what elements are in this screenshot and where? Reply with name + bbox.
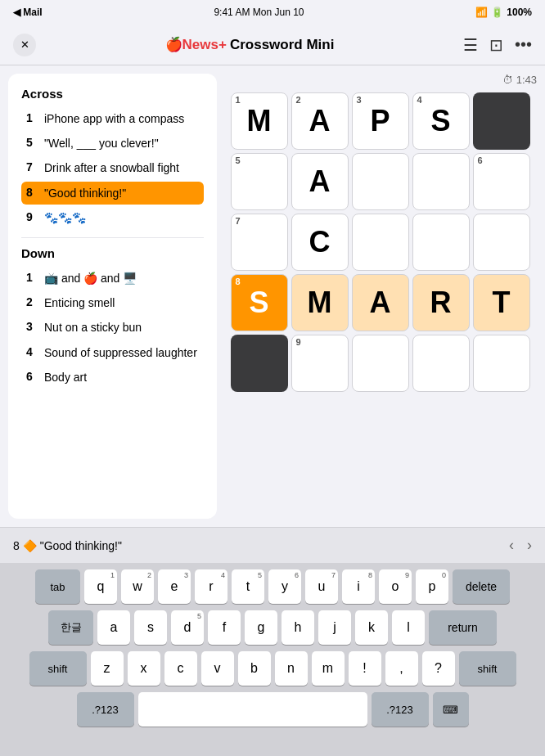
nav-right: ☰ ⊡ ••• <box>463 35 532 55</box>
exclaim-key[interactable]: ! <box>349 651 381 686</box>
cell-r3c1[interactable]: 7 <box>231 214 288 271</box>
cell-r4c5[interactable]: T <box>473 274 530 331</box>
down-clue-1[interactable]: 1📺 and 🍎 and 🖥️ <box>21 267 204 290</box>
clue-bar-clue: "Good thinking!" <box>40 539 122 552</box>
clue-num: 2 <box>26 295 39 308</box>
d-key[interactable]: 5d <box>171 610 204 645</box>
z-key[interactable]: z <box>91 651 124 686</box>
cell-r1c2[interactable]: 2A <box>291 92 349 150</box>
across-clue-5[interactable]: 5"Well, ___ you clever!" <box>21 132 204 155</box>
comma-key[interactable]: , <box>385 651 418 686</box>
across-clue-1[interactable]: 1iPhone app with a compass <box>21 107 204 130</box>
v-key[interactable]: v <box>201 651 234 686</box>
b-key[interactable]: b <box>238 651 271 686</box>
o-key[interactable]: 9o <box>379 569 412 604</box>
display-icon[interactable]: ⊡ <box>489 35 503 55</box>
grid-area: ⏱ 1:43 1M2A3P4S5A67C8SMART9 <box>223 65 545 527</box>
across-clue-9[interactable]: 9🐾🐾🐾 <box>21 206 204 229</box>
q-key[interactable]: 1q <box>84 569 117 604</box>
clue-num: 8 <box>26 186 39 199</box>
clue-text: Drink after a snowball fight <box>44 160 179 175</box>
cell-letter: A <box>309 164 331 199</box>
cell-r1c1[interactable]: 1M <box>231 92 288 150</box>
clue-text: 📺 and 🍎 and 🖥️ <box>44 271 137 286</box>
tab-key[interactable]: tab <box>35 569 80 604</box>
return-key[interactable]: return <box>429 610 497 645</box>
keyboard-row-3: shift z x c v b n m ! , ? shift <box>3 651 542 686</box>
cell-r2c1[interactable]: 5 <box>231 153 288 210</box>
status-right: 📶 🔋 100% <box>475 7 532 18</box>
k-key[interactable]: k <box>355 610 388 645</box>
nav-left: ✕ <box>13 34 36 56</box>
x-key[interactable]: x <box>128 651 160 686</box>
cell-r4c3[interactable]: A <box>352 274 409 331</box>
i-key[interactable]: 8i <box>342 569 375 604</box>
cell-letter: P <box>370 104 390 138</box>
crossword-title: Crossword Mini <box>230 37 335 53</box>
g-key[interactable]: g <box>245 610 277 645</box>
cell-r2c3[interactable] <box>352 153 409 210</box>
cell-number: 3 <box>357 96 362 105</box>
w-key[interactable]: 2w <box>121 569 154 604</box>
keyboard-icon-key[interactable]: ⌨ <box>433 692 469 727</box>
clue-bar: 8 🔶 "Good thinking!" ‹ › <box>0 527 545 563</box>
cell-r2c4[interactable] <box>412 153 470 210</box>
e-key[interactable]: 3e <box>158 569 191 604</box>
cell-r2c5[interactable]: 6 <box>473 153 530 210</box>
down-clue-4[interactable]: 4Sound of suppressed laughter <box>21 341 204 364</box>
cell-letter: A <box>309 104 331 138</box>
u-key[interactable]: 7u <box>305 569 338 604</box>
r-key[interactable]: 4r <box>195 569 227 604</box>
clue-text: Nut on a sticky bun <box>44 320 142 335</box>
cell-r3c5[interactable] <box>473 214 530 271</box>
next-clue-button[interactable]: › <box>527 537 532 554</box>
clue-text: "Well, ___ you clever!" <box>44 136 159 151</box>
j-key[interactable]: j <box>318 610 351 645</box>
down-clue-2[interactable]: 2Enticing smell <box>21 291 204 314</box>
cell-r1c3[interactable]: 3P <box>352 92 409 150</box>
cell-number: 4 <box>417 96 422 105</box>
across-clue-7[interactable]: 7Drink after a snowball fight <box>21 156 204 179</box>
list-icon[interactable]: ☰ <box>463 35 478 55</box>
num-key-left[interactable]: .?123 <box>77 692 134 727</box>
delete-key[interactable]: delete <box>453 569 510 604</box>
h-key[interactable]: h <box>282 610 314 645</box>
s-key[interactable]: s <box>134 610 167 645</box>
prev-clue-button[interactable]: ‹ <box>509 537 514 554</box>
cell-r4c1[interactable]: 8S <box>231 274 288 331</box>
n-key[interactable]: n <box>275 651 308 686</box>
t-key[interactable]: 5t <box>232 569 264 604</box>
num-key-right[interactable]: .?123 <box>372 692 429 727</box>
c-key[interactable]: c <box>164 651 197 686</box>
f-key[interactable]: f <box>208 610 241 645</box>
down-clue-3[interactable]: 3Nut on a sticky bun <box>21 316 204 339</box>
m-key[interactable]: m <box>312 651 345 686</box>
cell-r5c5[interactable] <box>473 335 530 392</box>
cell-letter: T <box>493 286 511 320</box>
cell-r4c2[interactable]: M <box>291 274 349 331</box>
more-icon[interactable]: ••• <box>515 35 532 54</box>
cell-r1c4[interactable]: 4S <box>412 92 470 150</box>
close-button[interactable]: ✕ <box>13 34 36 56</box>
clue-num: 1 <box>26 271 39 284</box>
a-key[interactable]: a <box>97 610 130 645</box>
l-key[interactable]: l <box>392 610 425 645</box>
cell-r5c4[interactable] <box>412 335 470 392</box>
p-key[interactable]: 0p <box>416 569 448 604</box>
cell-r3c2[interactable]: C <box>291 214 349 271</box>
y-key[interactable]: 6y <box>268 569 301 604</box>
cell-r5c2[interactable]: 9 <box>291 335 349 392</box>
question-key[interactable]: ? <box>422 651 455 686</box>
down-clue-6[interactable]: 6Body art <box>21 366 204 389</box>
space-key[interactable] <box>138 692 367 727</box>
hangul-key[interactable]: 한글 <box>48 610 93 645</box>
cell-r3c4[interactable] <box>412 214 470 271</box>
cell-r4c4[interactable]: R <box>412 274 470 331</box>
cell-r3c3[interactable] <box>352 214 409 271</box>
shift-key-left[interactable]: shift <box>29 651 87 686</box>
cell-r2c2[interactable]: A <box>291 153 349 210</box>
shift-key-right[interactable]: shift <box>459 651 516 686</box>
across-clue-8[interactable]: 8"Good thinking!" <box>21 182 204 205</box>
keyboard-row-1: tab 1q 2w 3e 4r 5t 6y 7u 8i 9o 0p delete <box>3 569 542 604</box>
cell-r5c3[interactable] <box>352 335 409 392</box>
